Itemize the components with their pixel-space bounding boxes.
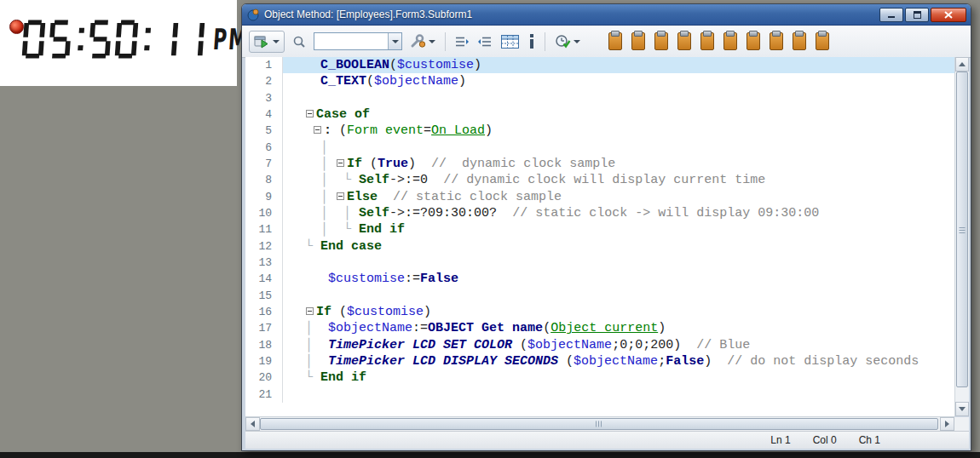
line-number[interactable]: 20 (245, 369, 283, 386)
code-line-text[interactable]: C_TEXT($objectName) (283, 73, 954, 89)
code-line[interactable]: 2 C_TEXT($objectName) (245, 73, 954, 89)
code-line[interactable]: 9 │ Else // static clock sample (245, 189, 954, 205)
code-line-text[interactable]: : (Form event=On Load) (283, 123, 954, 139)
code-line[interactable]: 15 (245, 288, 954, 304)
clipboard-9-icon[interactable] (793, 32, 806, 50)
scroll-left-button[interactable] (245, 417, 260, 431)
titlebar[interactable]: Object Method: [Employees].Form3.Subform… (242, 4, 971, 26)
clipboard-4-icon[interactable] (677, 32, 691, 50)
code-line[interactable]: 6 │ (245, 140, 954, 156)
close-button[interactable] (931, 8, 966, 22)
code-line-text[interactable]: Case of (283, 106, 954, 123)
line-number[interactable]: 1 (245, 57, 283, 73)
code-line[interactable]: 11 │ └ End if (245, 221, 954, 238)
line-number[interactable]: 2 (245, 73, 283, 89)
scroll-right-button[interactable] (940, 417, 954, 431)
code-line-text[interactable] (283, 90, 954, 106)
code-editor[interactable]: 1 C_BOOLEAN($customise)2 C_TEXT($objectN… (245, 57, 969, 416)
search-combobox-dropdown-button[interactable] (388, 33, 401, 49)
code-line[interactable]: 14 $customise:=False (245, 271, 954, 287)
horizontal-scrollbar[interactable] (245, 416, 954, 431)
code-line[interactable]: 10 │ │ Self->:=?09:30:00? // static cloc… (245, 205, 954, 221)
code-line-text[interactable]: If ($customise) (283, 304, 954, 320)
fold-marker-icon[interactable] (337, 159, 344, 167)
code-line[interactable]: 8 │ └ Self->:=0 // dynamic clock will di… (245, 172, 954, 188)
code-line[interactable]: 5 : (Form event=On Load) (245, 123, 954, 139)
fold-marker-icon[interactable] (306, 307, 314, 315)
code-line[interactable]: 3 (245, 90, 954, 106)
clipboard-5-icon[interactable] (700, 32, 714, 50)
line-number[interactable]: 15 (245, 288, 283, 304)
clipboard-1-icon[interactable] (608, 32, 622, 50)
code-line[interactable]: 16 If ($customise) (245, 304, 954, 320)
clipboard-10-icon[interactable] (816, 32, 829, 50)
code-line-text[interactable] (283, 386, 954, 403)
collapse-lines-button[interactable] (453, 31, 470, 52)
code-line[interactable]: 7 │ If (True) // dynamic clock sample (245, 156, 954, 172)
code-line-text[interactable]: C_BOOLEAN($customise) (283, 57, 954, 73)
code-line-text[interactable]: │ $objectName:=OBJECT Get name(Object cu… (283, 320, 954, 336)
code-line[interactable]: 13 (245, 255, 954, 271)
code-line-text[interactable]: │ If (True) // dynamic clock sample (283, 156, 954, 172)
line-number[interactable]: 18 (245, 337, 283, 353)
code-line-text[interactable]: │ (283, 140, 954, 156)
code-line-text[interactable]: │ └ End if (283, 221, 954, 238)
code-line[interactable]: 18 │ TimePicker LCD SET COLOR ($objectNa… (245, 337, 954, 353)
vertical-scrollbar[interactable] (954, 57, 969, 416)
line-number[interactable]: 7 (245, 156, 283, 172)
fold-marker-icon[interactable] (306, 110, 314, 117)
clipboard-8-icon[interactable] (770, 32, 783, 50)
line-number[interactable]: 8 (245, 172, 283, 188)
line-number[interactable]: 19 (245, 353, 283, 369)
expand-lines-button[interactable] (476, 31, 493, 52)
code-line-text[interactable]: └ End case (283, 238, 954, 255)
clipboard-7-icon[interactable] (747, 32, 760, 50)
execute-method-button[interactable] (249, 31, 285, 53)
macros-button[interactable] (553, 31, 582, 52)
line-number[interactable]: 4 (245, 106, 283, 123)
table-preview-button[interactable] (499, 31, 521, 52)
fold-marker-icon[interactable] (314, 126, 321, 134)
scroll-down-button[interactable] (955, 402, 969, 416)
line-number[interactable]: 3 (245, 90, 283, 106)
horizontal-scroll-thumb[interactable] (260, 418, 938, 430)
code-line-text[interactable]: │ TimePicker LCD SET COLOR ($objectName;… (283, 337, 954, 353)
line-number[interactable]: 11 (245, 221, 283, 238)
line-number[interactable]: 14 (245, 271, 283, 287)
line-number[interactable]: 16 (245, 304, 283, 320)
code-line[interactable]: 4 Case of (245, 106, 954, 123)
code-line-text[interactable] (283, 255, 954, 271)
code-line-text[interactable]: │ TimePicker LCD DISPLAY SECONDS ($objec… (283, 353, 954, 369)
code-line[interactable]: 1 C_BOOLEAN($customise) (245, 57, 954, 73)
clipboard-2-icon[interactable] (631, 32, 645, 50)
code-line-text[interactable]: │ Else // static clock sample (283, 189, 954, 205)
code-line[interactable]: 21 (245, 386, 954, 403)
code-line[interactable]: 12 └ End case (245, 238, 954, 255)
line-number[interactable]: 6 (245, 140, 283, 156)
code-line[interactable]: 19 │ TimePicker LCD DISPLAY SECONDS ($ob… (245, 353, 954, 369)
line-number[interactable]: 12 (245, 238, 283, 255)
maximize-button[interactable] (905, 8, 929, 22)
clipboard-6-icon[interactable] (723, 32, 737, 50)
line-number[interactable]: 10 (245, 205, 283, 221)
scroll-up-button[interactable] (955, 57, 969, 72)
line-number[interactable]: 17 (245, 320, 283, 336)
method-properties-button[interactable] (408, 31, 437, 52)
line-number[interactable]: 5 (245, 123, 283, 139)
code-line-text[interactable]: │ └ Self->:=0 // dynamic clock will disp… (283, 172, 954, 188)
code-line-text[interactable]: └ End if (283, 369, 954, 386)
line-number[interactable]: 9 (245, 189, 283, 205)
line-number[interactable]: 21 (245, 386, 283, 403)
code-line[interactable]: 17 │ $objectName:=OBJECT Get name(Object… (245, 320, 954, 336)
search-combobox-input[interactable] (314, 33, 388, 49)
code-line-text[interactable]: │ │ Self->:=?09:30:00? // static clock -… (283, 205, 954, 221)
line-number[interactable]: 13 (245, 255, 283, 271)
fold-marker-icon[interactable] (337, 192, 344, 200)
vertical-scroll-thumb[interactable] (956, 72, 968, 387)
information-button[interactable] (527, 31, 537, 52)
code-line[interactable]: 20 └ End if (245, 369, 954, 386)
minimize-button[interactable] (879, 8, 903, 22)
code-line-text[interactable]: $customise:=False (283, 271, 954, 287)
clipboard-3-icon[interactable] (654, 32, 668, 50)
code-line-text[interactable] (283, 288, 954, 304)
